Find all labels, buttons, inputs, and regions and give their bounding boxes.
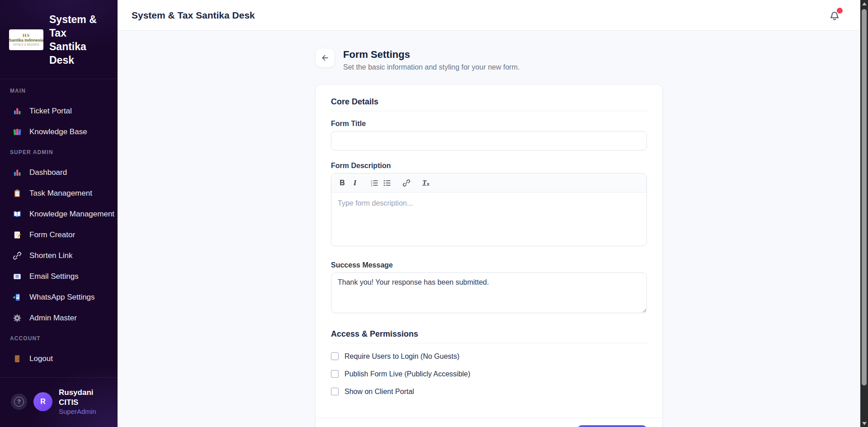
clear-format-icon: T [422, 179, 426, 187]
user-info: Rusydani CITIS SuperAdmin [59, 388, 108, 415]
option-row: Publish Form Live (Publicly Accessible) [331, 368, 647, 380]
bar-chart-icon [13, 107, 22, 116]
sidebar-item-label: Dashboard [29, 168, 67, 177]
sidebar-item-form-creator[interactable]: Form Creator [0, 225, 118, 245]
access-permissions-heading: Access & Permissions [331, 328, 647, 339]
form-title-input[interactable] [331, 131, 647, 150]
topbar-title: System & Tax Santika Desk [132, 10, 255, 21]
notifications-button[interactable] [828, 9, 841, 22]
page-head-text: Form Settings Set the basic information … [343, 48, 519, 71]
checkbox-label: Show on Client Portal [344, 388, 414, 396]
page-title: Form Settings [343, 49, 519, 61]
bar-chart-icon [13, 168, 22, 177]
section-label-account: ACCOUNT [0, 328, 118, 348]
italic-button[interactable]: I [349, 177, 361, 189]
sidebar-item-label: Task Management [29, 189, 92, 198]
user-name: Rusydani CITIS [59, 388, 108, 408]
arrow-left-icon [321, 53, 330, 62]
publish-live-checkbox[interactable] [331, 370, 339, 378]
success-message-textarea[interactable]: Thank you! Your response has been submit… [331, 272, 647, 313]
sidebar-item-label: Knowledge Base [29, 127, 87, 136]
sidebar-item-label: Shorten Link [29, 251, 72, 260]
sidebar-item-task-management[interactable]: Task Management [0, 183, 118, 204]
checkbox-label: Publish Form Live (Publicly Accessible) [344, 370, 470, 378]
main-area: System & Tax Santika Desk Form Settings … [118, 0, 860, 427]
rich-text-editor: B I 123 [331, 173, 647, 246]
sidebar-item-label: Knowledge Management [29, 210, 114, 219]
sidebar-item-ticket-portal[interactable]: Ticket Portal [0, 101, 118, 122]
link-icon [13, 251, 22, 260]
phone-arrow-icon [13, 293, 22, 302]
access-options: Require Users to Login (No Guests) Publi… [331, 350, 647, 398]
clear-format-button[interactable]: Tx [420, 177, 432, 189]
sidebar-item-dashboard[interactable]: Dashboard [0, 162, 118, 183]
door-icon [13, 354, 22, 363]
editor-toolbar: B I 123 [331, 174, 646, 192]
clipboard-icon [13, 189, 22, 198]
sidebar-item-label: WhatsApp Settings [29, 293, 95, 302]
vertical-scrollbar[interactable] [860, 0, 868, 427]
section-divider [331, 343, 647, 343]
brand-title-line2: Santika Desk [49, 40, 109, 67]
section-label-super-admin: SUPER ADMIN [0, 142, 118, 162]
bullet-list-button[interactable] [381, 177, 393, 189]
scroll-up-arrow[interactable] [860, 0, 868, 7]
back-button[interactable] [315, 48, 335, 68]
brand: HS Santika Indonesia HOTELS & RESORTS Sy… [0, 0, 118, 79]
content: Form Settings Set the basic information … [118, 31, 860, 427]
logo-tagline: HOTELS & RESORTS [13, 43, 39, 46]
santika-logo: HS Santika Indonesia HOTELS & RESORTS [9, 29, 43, 50]
books-icon [13, 127, 22, 136]
page-subtitle: Set the basic information and styling fo… [343, 63, 519, 71]
link-icon [402, 179, 410, 187]
scrollbar-thumb[interactable] [862, 9, 867, 385]
form-description-label: Form Description [331, 161, 647, 170]
question-mark-icon: ? [14, 397, 24, 407]
sidebar-item-admin-master[interactable]: Admin Master [0, 308, 118, 328]
user-role: SuperAdmin [59, 408, 108, 415]
sidebar: HS Santika Indonesia HOTELS & RESORTS Sy… [0, 0, 118, 427]
help-button[interactable]: ? [11, 394, 27, 410]
sidebar-item-knowledge-management[interactable]: Knowledge Management [0, 204, 118, 225]
card-footer [316, 418, 662, 427]
section-label-main: MAIN [0, 81, 118, 101]
sidebar-item-whatsapp-settings[interactable]: WhatsApp Settings [0, 287, 118, 308]
logo-name: Santika Indonesia [9, 38, 44, 42]
app-root: HS Santika Indonesia HOTELS & RESORTS Sy… [0, 0, 868, 427]
sidebar-item-label: Admin Master [29, 314, 77, 323]
scroll-down-arrow[interactable] [860, 420, 868, 427]
ordered-list-button[interactable]: 123 [368, 177, 381, 189]
notification-badge [837, 8, 843, 14]
require-login-checkbox[interactable] [331, 352, 339, 360]
page-head: Form Settings Set the basic information … [315, 48, 663, 71]
avatar[interactable]: R [33, 392, 52, 411]
sidebar-item-knowledge-base[interactable]: Knowledge Base [0, 122, 118, 142]
description-editor-area[interactable]: Type form description... [331, 192, 646, 246]
option-row: Require Users to Login (No Guests) [331, 350, 647, 362]
success-message-label: Success Message [331, 261, 647, 270]
ordered-list-icon: 123 [370, 179, 378, 187]
option-row: Show on Client Portal [331, 385, 647, 398]
bold-button[interactable]: B [336, 177, 349, 189]
brand-title-line1: System & Tax [49, 13, 109, 40]
email-icon: @ [13, 272, 22, 281]
svg-text:@: @ [16, 275, 19, 278]
client-portal-checkbox[interactable] [331, 388, 339, 395]
checkbox-label: Require Users to Login (No Guests) [344, 352, 459, 361]
form-title-label: Form Title [331, 119, 647, 128]
bullet-list-icon [383, 179, 391, 187]
sidebar-footer: ? R Rusydani CITIS SuperAdmin [0, 377, 118, 427]
user-row: ? R Rusydani CITIS SuperAdmin [0, 378, 118, 427]
sidebar-item-logout[interactable]: Logout [0, 348, 118, 369]
sidebar-item-label: Logout [29, 354, 53, 363]
sidebar-item-shorten-link[interactable]: Shorten Link [0, 245, 118, 266]
insert-link-button[interactable] [400, 177, 413, 189]
sidebar-item-email-settings[interactable]: @ Email Settings [0, 266, 118, 287]
submit-button[interactable] [577, 425, 647, 427]
section-divider [331, 111, 647, 111]
sidebar-nav: MAIN Ticket Portal Knowledge Base SUPER … [0, 79, 118, 369]
svg-text:3: 3 [371, 184, 373, 186]
form-settings-card: Core Details Form Title Form Description… [315, 84, 663, 427]
brand-title: System & Tax Santika Desk [49, 13, 109, 67]
core-details-heading: Core Details [331, 96, 647, 107]
